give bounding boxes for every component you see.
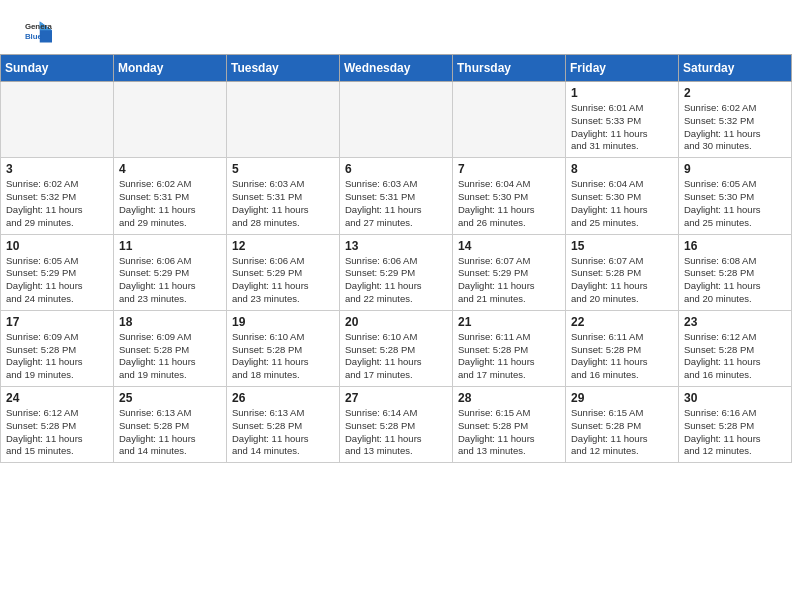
- day-number: 21: [458, 315, 560, 329]
- weekday-row: SundayMondayTuesdayWednesdayThursdayFrid…: [1, 55, 792, 82]
- day-info: Sunrise: 6:02 AM Sunset: 5:31 PM Dayligh…: [119, 178, 221, 229]
- calendar-cell: 28Sunrise: 6:15 AM Sunset: 5:28 PM Dayli…: [453, 387, 566, 463]
- day-number: 9: [684, 162, 786, 176]
- day-number: 29: [571, 391, 673, 405]
- day-number: 11: [119, 239, 221, 253]
- day-number: 22: [571, 315, 673, 329]
- calendar-cell: 18Sunrise: 6:09 AM Sunset: 5:28 PM Dayli…: [114, 310, 227, 386]
- day-number: 19: [232, 315, 334, 329]
- day-info: Sunrise: 6:13 AM Sunset: 5:28 PM Dayligh…: [119, 407, 221, 458]
- calendar-cell: 27Sunrise: 6:14 AM Sunset: 5:28 PM Dayli…: [340, 387, 453, 463]
- day-number: 18: [119, 315, 221, 329]
- day-info: Sunrise: 6:12 AM Sunset: 5:28 PM Dayligh…: [6, 407, 108, 458]
- day-number: 6: [345, 162, 447, 176]
- calendar-cell: 10Sunrise: 6:05 AM Sunset: 5:29 PM Dayli…: [1, 234, 114, 310]
- header: General Blue: [0, 0, 792, 54]
- calendar-cell: [340, 82, 453, 158]
- day-info: Sunrise: 6:04 AM Sunset: 5:30 PM Dayligh…: [458, 178, 560, 229]
- calendar-cell: 15Sunrise: 6:07 AM Sunset: 5:28 PM Dayli…: [566, 234, 679, 310]
- weekday-header-wednesday: Wednesday: [340, 55, 453, 82]
- calendar-cell: 11Sunrise: 6:06 AM Sunset: 5:29 PM Dayli…: [114, 234, 227, 310]
- day-number: 10: [6, 239, 108, 253]
- day-number: 8: [571, 162, 673, 176]
- calendar-cell: [453, 82, 566, 158]
- svg-text:Blue: Blue: [25, 32, 43, 41]
- day-info: Sunrise: 6:02 AM Sunset: 5:32 PM Dayligh…: [684, 102, 786, 153]
- day-number: 28: [458, 391, 560, 405]
- calendar-cell: 24Sunrise: 6:12 AM Sunset: 5:28 PM Dayli…: [1, 387, 114, 463]
- day-number: 12: [232, 239, 334, 253]
- day-number: 5: [232, 162, 334, 176]
- weekday-header-tuesday: Tuesday: [227, 55, 340, 82]
- calendar-cell: 23Sunrise: 6:12 AM Sunset: 5:28 PM Dayli…: [679, 310, 792, 386]
- calendar-cell: 4Sunrise: 6:02 AM Sunset: 5:31 PM Daylig…: [114, 158, 227, 234]
- day-info: Sunrise: 6:14 AM Sunset: 5:28 PM Dayligh…: [345, 407, 447, 458]
- calendar-week-2: 3Sunrise: 6:02 AM Sunset: 5:32 PM Daylig…: [1, 158, 792, 234]
- calendar-cell: 5Sunrise: 6:03 AM Sunset: 5:31 PM Daylig…: [227, 158, 340, 234]
- day-info: Sunrise: 6:09 AM Sunset: 5:28 PM Dayligh…: [119, 331, 221, 382]
- calendar-cell: 6Sunrise: 6:03 AM Sunset: 5:31 PM Daylig…: [340, 158, 453, 234]
- day-number: 17: [6, 315, 108, 329]
- calendar-cell: 26Sunrise: 6:13 AM Sunset: 5:28 PM Dayli…: [227, 387, 340, 463]
- day-number: 16: [684, 239, 786, 253]
- calendar-cell: 16Sunrise: 6:08 AM Sunset: 5:28 PM Dayli…: [679, 234, 792, 310]
- day-info: Sunrise: 6:09 AM Sunset: 5:28 PM Dayligh…: [6, 331, 108, 382]
- day-info: Sunrise: 6:13 AM Sunset: 5:28 PM Dayligh…: [232, 407, 334, 458]
- logo-icon: General Blue: [24, 18, 52, 46]
- day-info: Sunrise: 6:11 AM Sunset: 5:28 PM Dayligh…: [571, 331, 673, 382]
- calendar-cell: 29Sunrise: 6:15 AM Sunset: 5:28 PM Dayli…: [566, 387, 679, 463]
- calendar-cell: 22Sunrise: 6:11 AM Sunset: 5:28 PM Dayli…: [566, 310, 679, 386]
- day-number: 4: [119, 162, 221, 176]
- weekday-header-friday: Friday: [566, 55, 679, 82]
- day-number: 24: [6, 391, 108, 405]
- weekday-header-saturday: Saturday: [679, 55, 792, 82]
- day-info: Sunrise: 6:07 AM Sunset: 5:28 PM Dayligh…: [571, 255, 673, 306]
- calendar-cell: 13Sunrise: 6:06 AM Sunset: 5:29 PM Dayli…: [340, 234, 453, 310]
- calendar-cell: 7Sunrise: 6:04 AM Sunset: 5:30 PM Daylig…: [453, 158, 566, 234]
- calendar-cell: 12Sunrise: 6:06 AM Sunset: 5:29 PM Dayli…: [227, 234, 340, 310]
- calendar-cell: 20Sunrise: 6:10 AM Sunset: 5:28 PM Dayli…: [340, 310, 453, 386]
- page: General Blue SundayMondayTuesdayWednesda…: [0, 0, 792, 612]
- day-number: 3: [6, 162, 108, 176]
- day-number: 27: [345, 391, 447, 405]
- calendar-week-4: 17Sunrise: 6:09 AM Sunset: 5:28 PM Dayli…: [1, 310, 792, 386]
- calendar-table: SundayMondayTuesdayWednesdayThursdayFrid…: [0, 54, 792, 463]
- day-number: 25: [119, 391, 221, 405]
- calendar-header: SundayMondayTuesdayWednesdayThursdayFrid…: [1, 55, 792, 82]
- logo: General Blue: [24, 18, 52, 46]
- day-info: Sunrise: 6:03 AM Sunset: 5:31 PM Dayligh…: [345, 178, 447, 229]
- day-info: Sunrise: 6:15 AM Sunset: 5:28 PM Dayligh…: [458, 407, 560, 458]
- calendar-cell: [1, 82, 114, 158]
- calendar-cell: 19Sunrise: 6:10 AM Sunset: 5:28 PM Dayli…: [227, 310, 340, 386]
- day-info: Sunrise: 6:11 AM Sunset: 5:28 PM Dayligh…: [458, 331, 560, 382]
- day-number: 2: [684, 86, 786, 100]
- calendar-week-5: 24Sunrise: 6:12 AM Sunset: 5:28 PM Dayli…: [1, 387, 792, 463]
- day-number: 1: [571, 86, 673, 100]
- calendar-cell: 21Sunrise: 6:11 AM Sunset: 5:28 PM Dayli…: [453, 310, 566, 386]
- day-info: Sunrise: 6:10 AM Sunset: 5:28 PM Dayligh…: [232, 331, 334, 382]
- day-number: 14: [458, 239, 560, 253]
- day-info: Sunrise: 6:06 AM Sunset: 5:29 PM Dayligh…: [345, 255, 447, 306]
- day-number: 26: [232, 391, 334, 405]
- calendar-cell: 2Sunrise: 6:02 AM Sunset: 5:32 PM Daylig…: [679, 82, 792, 158]
- day-info: Sunrise: 6:08 AM Sunset: 5:28 PM Dayligh…: [684, 255, 786, 306]
- day-number: 23: [684, 315, 786, 329]
- calendar-cell: 8Sunrise: 6:04 AM Sunset: 5:30 PM Daylig…: [566, 158, 679, 234]
- calendar-cell: 25Sunrise: 6:13 AM Sunset: 5:28 PM Dayli…: [114, 387, 227, 463]
- calendar-cell: [114, 82, 227, 158]
- day-info: Sunrise: 6:16 AM Sunset: 5:28 PM Dayligh…: [684, 407, 786, 458]
- calendar-cell: 14Sunrise: 6:07 AM Sunset: 5:29 PM Dayli…: [453, 234, 566, 310]
- day-info: Sunrise: 6:05 AM Sunset: 5:30 PM Dayligh…: [684, 178, 786, 229]
- calendar-cell: 17Sunrise: 6:09 AM Sunset: 5:28 PM Dayli…: [1, 310, 114, 386]
- weekday-header-thursday: Thursday: [453, 55, 566, 82]
- day-info: Sunrise: 6:04 AM Sunset: 5:30 PM Dayligh…: [571, 178, 673, 229]
- calendar-cell: 1Sunrise: 6:01 AM Sunset: 5:33 PM Daylig…: [566, 82, 679, 158]
- calendar-cell: 3Sunrise: 6:02 AM Sunset: 5:32 PM Daylig…: [1, 158, 114, 234]
- calendar-cell: [227, 82, 340, 158]
- calendar-cell: 30Sunrise: 6:16 AM Sunset: 5:28 PM Dayli…: [679, 387, 792, 463]
- calendar-cell: 9Sunrise: 6:05 AM Sunset: 5:30 PM Daylig…: [679, 158, 792, 234]
- day-info: Sunrise: 6:10 AM Sunset: 5:28 PM Dayligh…: [345, 331, 447, 382]
- day-number: 13: [345, 239, 447, 253]
- day-number: 30: [684, 391, 786, 405]
- day-info: Sunrise: 6:06 AM Sunset: 5:29 PM Dayligh…: [119, 255, 221, 306]
